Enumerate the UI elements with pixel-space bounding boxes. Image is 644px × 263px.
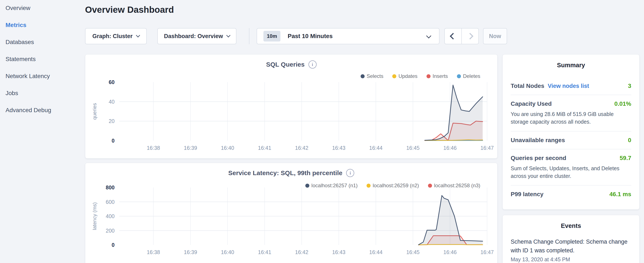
svg-text:16:38: 16:38 (147, 145, 160, 151)
sql-queries-chart-card: SQL Queries i Selects Updates Inserts De… (85, 54, 498, 158)
time-range-select[interactable]: 10m Past 10 Minutes (256, 28, 440, 44)
svg-text:16:41: 16:41 (258, 249, 271, 255)
page-title: Overview Dashboard (85, 5, 174, 15)
chevron-down-icon (226, 33, 230, 38)
sidebar-item-metrics[interactable]: Metrics (6, 20, 26, 30)
summary-subtext: You are using 28.6 MiB of 515.9 GiB usab… (511, 110, 631, 126)
sidebar-item-network-latency[interactable]: Network Latency (6, 71, 50, 81)
summary-panel: Summary Total Nodes View nodes list 3 Ca… (502, 54, 640, 210)
service-latency-chart-plot: 16:3816:3916:4016:4116:4216:4316:4416:45… (85, 163, 498, 263)
svg-text:60: 60 (109, 79, 114, 85)
svg-text:200: 200 (106, 228, 114, 234)
graph-dropdown[interactable]: Graph: Cluster (85, 28, 147, 44)
next-range-button[interactable] (462, 29, 478, 44)
time-range-arrows (444, 28, 479, 44)
svg-text:20: 20 (109, 118, 114, 124)
summary-value: 0 (628, 137, 631, 144)
summary-value: 59.7 (620, 155, 632, 161)
svg-text:400: 400 (106, 213, 114, 219)
svg-text:16:41: 16:41 (258, 145, 271, 151)
summary-title: Summary (502, 62, 639, 69)
sidebar-item-statements[interactable]: Statements (6, 54, 36, 64)
svg-text:0: 0 (112, 242, 114, 248)
svg-text:16:43: 16:43 (332, 249, 346, 255)
service-latency-chart-card: Service Latency: SQL, 99th percentile i … (85, 163, 498, 263)
summary-label: P99 latency (511, 191, 544, 198)
events-panel: Events Schema Change Completed: Schema c… (502, 215, 640, 263)
events-title: Events (502, 222, 639, 229)
chevron-left-icon (450, 33, 456, 39)
svg-text:16:39: 16:39 (184, 249, 197, 255)
event-list-item[interactable]: Schema Change Completed: Schema change w… (511, 237, 631, 262)
event-text: Schema Change Completed: Schema change w… (511, 237, 631, 255)
summary-label: Capacity Used (511, 100, 552, 107)
svg-text:800: 800 (106, 184, 114, 190)
summary-row-queries-per-second: Queries per second 59.7 Sum of Selects, … (511, 149, 631, 185)
chevron-down-icon (426, 33, 431, 38)
dashboard-dropdown-label: Dashboard: Overview (164, 33, 223, 40)
svg-text:queries: queries (92, 103, 98, 120)
summary-value: 0.01% (614, 100, 631, 107)
chevron-right-icon (467, 33, 473, 39)
summary-value: 46.1 ms (609, 191, 631, 198)
svg-text:16:47: 16:47 (480, 145, 494, 151)
svg-text:16:39: 16:39 (184, 145, 197, 151)
svg-text:16:38: 16:38 (147, 249, 160, 255)
time-range-label: Past 10 Minutes (288, 33, 333, 40)
svg-text:latency (ms): latency (ms) (92, 202, 98, 230)
svg-text:16:44: 16:44 (369, 145, 383, 151)
sidebar-item-jobs[interactable]: Jobs (6, 88, 18, 98)
view-nodes-list-link[interactable]: View nodes list (548, 83, 589, 89)
summary-row-unavailable-ranges: Unavailable ranges 0 (511, 131, 631, 149)
summary-label: Total Nodes (511, 83, 544, 89)
graph-dropdown-label: Graph: Cluster (92, 33, 132, 40)
svg-text:16:47: 16:47 (480, 249, 494, 255)
now-button[interactable]: Now (483, 28, 507, 44)
summary-label: Unavailable ranges (511, 137, 565, 144)
svg-text:0: 0 (112, 138, 114, 144)
svg-text:16:45: 16:45 (406, 249, 420, 255)
sql-queries-chart-plot: 16:3816:3916:4016:4116:4216:4316:4416:45… (85, 55, 498, 159)
sidebar-item-overview[interactable]: Overview (6, 3, 30, 13)
time-range-badge: 10m (264, 31, 280, 42)
admin-ui-root: Overview Metrics Databases Statements Ne… (0, 0, 644, 263)
svg-text:16:42: 16:42 (295, 145, 308, 151)
toolbar-divider (249, 28, 250, 44)
event-timestamp: May 13, 2020 at 4:45 PM (511, 256, 631, 262)
summary-row-total-nodes: Total Nodes View nodes list 3 (511, 77, 631, 95)
svg-text:16:46: 16:46 (443, 249, 457, 255)
svg-text:40: 40 (109, 99, 114, 105)
svg-text:16:46: 16:46 (443, 145, 457, 151)
prev-range-button[interactable] (445, 29, 461, 44)
summary-row-p99-latency: P99 latency 46.1 ms (511, 185, 631, 203)
svg-text:16:40: 16:40 (221, 145, 234, 151)
sidebar-item-advanced-debug[interactable]: Advanced Debug (6, 105, 51, 115)
dashboard-dropdown[interactable]: Dashboard: Overview (157, 28, 236, 44)
chevron-down-icon (136, 33, 140, 38)
svg-text:16:42: 16:42 (295, 249, 308, 255)
summary-subtext: Sum of Selects, Updates, Inserts, and De… (511, 164, 631, 180)
svg-text:600: 600 (106, 199, 114, 205)
sidebar-item-databases[interactable]: Databases (6, 37, 34, 47)
svg-text:16:45: 16:45 (406, 145, 420, 151)
svg-text:16:40: 16:40 (221, 249, 234, 255)
svg-text:16:44: 16:44 (369, 249, 383, 255)
summary-label: Queries per second (511, 155, 566, 161)
summary-value: 3 (628, 83, 631, 89)
svg-text:16:43: 16:43 (332, 145, 346, 151)
summary-row-capacity-used: Capacity Used 0.01% You are using 28.6 M… (511, 95, 631, 131)
